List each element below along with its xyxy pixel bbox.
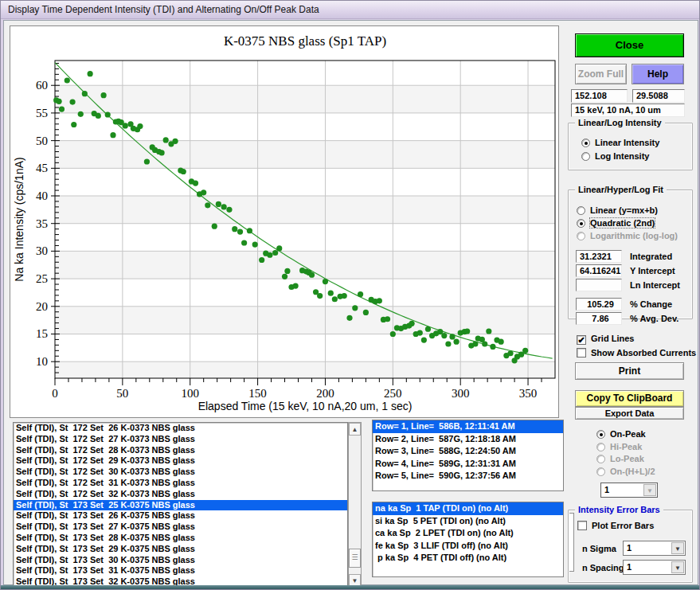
radio-icon[interactable] [577,206,585,215]
radio-on-h-l-2: On-(H+L)/2 [596,467,655,478]
svg-text:40: 40 [36,190,48,202]
sample-list-item[interactable]: Self (TDI), St 172 Set 31 K-0373 NBS gla… [14,478,347,489]
row-list-item[interactable]: Row= 3, Line= 588G, 12:24:50 AM [373,445,563,458]
svg-text:Na ka Intensity (cps/1nA): Na ka Intensity (cps/1nA) [13,157,25,281]
scroll-thumb[interactable]: ☰ [349,549,361,568]
row-list-item-selected[interactable]: Row= 1, Line= 586B, 12:11:41 AM [373,420,563,433]
title-bar[interactable]: Display Time Dependent Intensity (TDI) a… [1,1,699,19]
radio-linear-y-mx-b[interactable]: Linear (y=mx+b) [577,205,658,217]
sample-list-item[interactable]: Self (TDI), St 172 Set 28 K-0373 NBS gla… [14,445,347,456]
element-list-item-selected[interactable]: na ka Sp 1 TAP (TDI on) (no Alt) [373,502,563,515]
radio-lo-peak: Lo-Peak [596,454,644,465]
integrated-label: Integrated [630,252,672,263]
checkbox-icon[interactable] [577,521,587,530]
plot-error-bars-checkbox[interactable]: Plot Error Bars [577,521,654,532]
checkbox-label: Plot Error Bars [592,521,654,530]
radio-icon[interactable] [581,152,590,161]
n-sigma-label: n Sigma [582,544,616,555]
svg-text:350: 350 [519,387,538,400]
sample-list-item[interactable]: Self (TDI), St 173 Set 26 K-0375 NBS gla… [14,510,347,522]
svg-text:250: 250 [384,387,402,400]
sample-list-item[interactable]: Self (TDI), St 172 Set 32 K-0373 NBS gla… [14,489,347,500]
checkbox-icon[interactable]: ✔ [577,335,586,345]
svg-text:50: 50 [116,387,128,400]
sample-list-item[interactable]: Self (TDI), St 173 Set 27 K-0375 NBS gla… [14,522,347,533]
percent-avg-dev-label: % Avg. Dev. [630,314,678,325]
svg-text:150: 150 [248,387,267,400]
radio-icon [596,443,605,451]
svg-text:0: 0 [52,387,58,400]
svg-text:45: 45 [36,162,48,174]
sample-list-item[interactable]: Self (TDI), St 172 Set 26 K-0373 NBS gla… [14,423,347,434]
linear-log-intensity-title: Linear/Log Intensity [575,117,665,128]
grid-lines-checkbox[interactable]: ✔Grid Lines [577,334,634,345]
peak-count-combo[interactable]: 1 ▼ [600,483,658,498]
radio-label: Logarithmic (log-log) [590,231,678,240]
sample-list-item[interactable]: Self (TDI), St 172 Set 29 K-0373 NBS gla… [14,455,347,467]
element-list-item[interactable]: fe ka Sp 3 LLIF (TDI off) (no Alt) [373,540,563,553]
radio-label: Linear (y=mx+b) [590,205,658,215]
radio-icon[interactable] [596,430,605,439]
radio-icon [577,232,585,240]
n-spacing-combo[interactable]: 1 ▼ [623,560,686,575]
export-data-button[interactable]: Export Data [575,407,684,420]
svg-text:300: 300 [452,387,470,400]
tdi-scatter-plot[interactable]: 0501001502002503003501015202530354045505… [10,26,560,419]
print-button[interactable]: Print [575,362,684,380]
radio-icon [596,467,605,476]
help-button[interactable]: Help [632,64,684,84]
radio-on-peak[interactable]: On-Peak [596,429,646,440]
row-list-item[interactable]: Row= 2, Line= 587G, 12:18:18 AM [373,433,563,446]
sample-list-item[interactable]: Self (TDI), St 173 Set 30 K-0375 NBS gla… [14,555,347,566]
element-list-item[interactable]: p ka Sp 4 PET (TDI off) (no Alt) [373,552,563,565]
n-sigma-value: 1 [627,543,632,553]
copy-to-clipboard-button[interactable]: Copy To ClipBoard [575,390,684,407]
percent-change-label: % Change [630,299,672,311]
radio-label: On-(H+L)/2 [610,467,655,476]
svg-text:60: 60 [36,79,48,92]
sample-list-item[interactable]: Self (TDI), St 173 Set 28 K-0375 NBS gla… [14,533,347,544]
radio-label: On-Peak [610,429,646,439]
zoom-full-button[interactable]: Zoom Full [575,64,627,84]
checkbox-label: Grid Lines [591,334,634,343]
fit-type-frame: Linear/Hyper/Log Fit Linear (y=mx+b)Quad… [568,190,693,319]
element-list-item[interactable]: si ka Sp 5 PET (TDI on) (no Alt) [373,515,563,528]
sample-list-item[interactable]: Self (TDI), St 172 Set 27 K-0373 NBS gla… [14,434,347,445]
radio-quadratic-2nd[interactable]: Quadratic (2nd) [577,218,655,229]
n-sigma-dropdown-icon[interactable]: ▼ [671,542,684,554]
sample-list-item[interactable]: Self (TDI), St 173 Set 31 K-0375 NBS gla… [14,565,347,576]
svg-text:30: 30 [36,244,48,257]
n-spacing-dropdown-icon[interactable]: ▼ [671,561,684,573]
sample-list-item[interactable]: Self (TDI), St 172 Set 30 K-0373 NBS gla… [14,467,347,478]
linear-log-intensity-frame: Linear/Log Intensity Linear IntensityLog… [568,123,693,170]
sample-list-item[interactable]: Self (TDI), St 173 Set 29 K-0375 NBS gla… [14,544,347,555]
radio-icon[interactable] [577,219,585,228]
sample-list-item-selected[interactable]: Self (TDI), St 173 Set 25 K-0375 NBS gla… [14,500,347,511]
fit-type-title: Linear/Hyper/Log Fit [575,184,667,195]
radio-log-intensity[interactable]: Log Intensity [581,151,649,162]
n-sigma-combo[interactable]: 1 ▼ [623,541,686,556]
svg-text:25: 25 [36,272,48,285]
sample-list-scrollbar[interactable]: ▲ ☰ ▼ [348,422,362,588]
scroll-up-icon[interactable]: ▲ [349,423,361,436]
svg-text:15: 15 [36,327,48,340]
peak-count-dropdown-icon[interactable]: ▼ [643,484,656,496]
sample-set-list[interactable]: Self (TDI), St 172 Set 26 K-0373 NBS gla… [13,422,348,588]
beam-conditions-value: 15 keV, 10 nA, 10 um [571,104,685,117]
radio-linear-intensity[interactable]: Linear Intensity [581,138,659,149]
percent-change-value: 105.29 [576,298,622,311]
row-line-list[interactable]: Row= 1, Line= 586B, 12:11:41 AMRow= 2, L… [372,420,564,491]
show-absorbed-currents-checkbox[interactable]: Show Absorbed Currents [577,348,696,359]
ln-intercept-value [576,279,622,291]
element-list-item[interactable]: ca ka Sp 2 LPET (TDI on) (no Alt) [373,527,563,540]
radio-icon[interactable] [581,139,590,147]
svg-text:35: 35 [36,217,48,230]
checkbox-icon[interactable] [577,348,586,358]
svg-text:Elapsed Time (15 keV, 10 nA,20: Elapsed Time (15 keV, 10 nA,20 um, 1 sec… [198,400,413,412]
row-list-item[interactable]: Row= 5, Line= 590G, 12:37:56 AM [373,470,563,483]
svg-text:55: 55 [36,107,48,119]
radio-label: Log Intensity [595,151,649,161]
close-button[interactable]: Close [575,33,684,57]
row-list-item[interactable]: Row= 4, Line= 589G, 12:31:31 AM [373,458,563,471]
element-spectro-list[interactable]: na ka Sp 1 TAP (TDI on) (no Alt)si ka Sp… [372,502,564,577]
